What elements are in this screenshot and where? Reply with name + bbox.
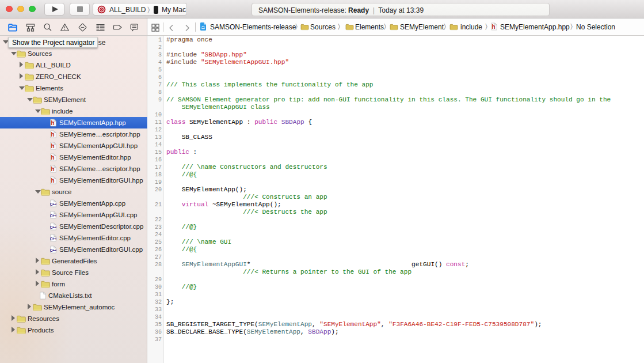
svg-text:h: h <box>51 154 55 161</box>
svg-text:h: h <box>51 177 55 184</box>
svg-text:C++: C++ <box>50 225 56 230</box>
svg-text:h: h <box>51 166 55 172</box>
svg-text:h: h <box>51 120 55 126</box>
svg-text:h: h <box>51 143 55 149</box>
svg-text:C++: C++ <box>50 202 56 207</box>
svg-text:h: h <box>51 131 55 138</box>
svg-text:h: h <box>492 24 496 30</box>
svg-text:C++: C++ <box>50 248 56 253</box>
svg-text:C++: C++ <box>50 213 56 218</box>
svg-text:C++: C++ <box>50 236 56 241</box>
